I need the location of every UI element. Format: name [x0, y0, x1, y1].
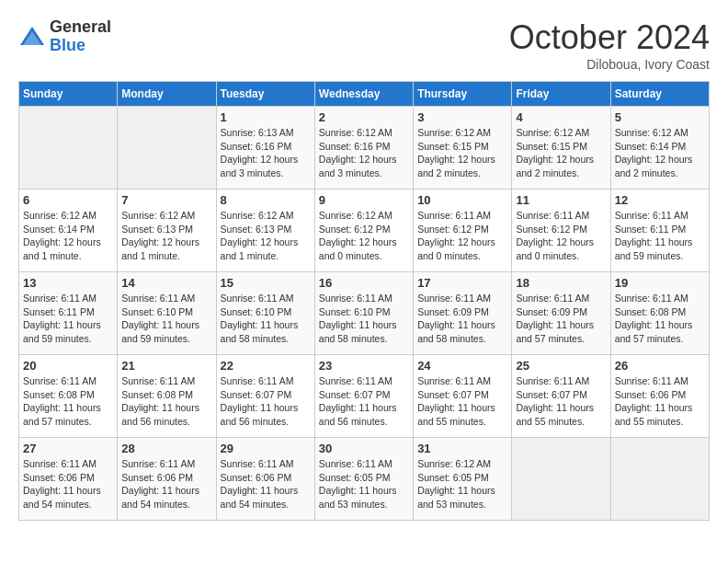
day-info: Sunrise: 6:11 AMSunset: 6:06 PMDaylight:…: [23, 457, 113, 511]
calendar-cell: [512, 438, 610, 521]
day-number: 15: [221, 276, 311, 290]
day-info: Sunrise: 6:11 AMSunset: 6:09 PMDaylight:…: [417, 292, 507, 346]
day-number: 13: [23, 276, 113, 290]
day-number: 18: [516, 276, 606, 290]
day-info: Sunrise: 6:12 AMSunset: 6:13 PMDaylight:…: [121, 209, 211, 263]
day-info: Sunrise: 6:12 AMSunset: 6:14 PMDaylight:…: [23, 209, 113, 263]
day-info: Sunrise: 6:11 AMSunset: 6:10 PMDaylight:…: [319, 292, 409, 346]
calendar-cell: 16Sunrise: 6:11 AMSunset: 6:10 PMDayligh…: [314, 272, 413, 355]
calendar-cell: 20Sunrise: 6:11 AMSunset: 6:08 PMDayligh…: [19, 355, 118, 438]
calendar-cell: 6Sunrise: 6:12 AMSunset: 6:14 PMDaylight…: [19, 190, 118, 272]
calendar-cell: 25Sunrise: 6:11 AMSunset: 6:07 PMDayligh…: [512, 355, 610, 438]
logo-blue: Blue: [50, 37, 111, 55]
day-header-sunday: Sunday: [19, 82, 118, 107]
day-info: Sunrise: 6:11 AMSunset: 6:07 PMDaylight:…: [417, 374, 507, 429]
logo-icon: [18, 23, 46, 51]
day-info: Sunrise: 6:12 AMSunset: 6:05 PMDaylight:…: [417, 457, 507, 511]
day-info: Sunrise: 6:12 AMSunset: 6:13 PMDaylight:…: [221, 209, 311, 263]
calendar-week-row: 20Sunrise: 6:11 AMSunset: 6:08 PMDayligh…: [19, 355, 710, 438]
day-info: Sunrise: 6:11 AMSunset: 6:08 PMDaylight:…: [615, 292, 705, 346]
calendar-cell: 12Sunrise: 6:11 AMSunset: 6:11 PMDayligh…: [610, 190, 709, 272]
day-number: 28: [121, 442, 211, 455]
day-info: Sunrise: 6:11 AMSunset: 6:11 PMDaylight:…: [23, 292, 113, 346]
day-number: 29: [221, 442, 311, 455]
day-number: 7: [121, 193, 211, 207]
calendar-week-row: 27Sunrise: 6:11 AMSunset: 6:06 PMDayligh…: [19, 438, 710, 521]
calendar-cell: 8Sunrise: 6:12 AMSunset: 6:13 PMDaylight…: [216, 190, 314, 272]
day-info: Sunrise: 6:12 AMSunset: 6:15 PMDaylight:…: [417, 126, 507, 180]
calendar-cell: 2Sunrise: 6:12 AMSunset: 6:16 PMDaylight…: [314, 107, 413, 190]
day-header-thursday: Thursday: [414, 82, 512, 107]
day-number: 22: [221, 359, 311, 373]
calendar-cell: 27Sunrise: 6:11 AMSunset: 6:06 PMDayligh…: [19, 438, 118, 521]
title-block: October 2024 Diloboua, Ivory Coast: [509, 18, 710, 72]
calendar-cell: 9Sunrise: 6:12 AMSunset: 6:12 PMDaylight…: [314, 190, 413, 272]
day-info: Sunrise: 6:11 AMSunset: 6:10 PMDaylight:…: [121, 292, 211, 346]
calendar-cell: 30Sunrise: 6:11 AMSunset: 6:05 PMDayligh…: [314, 438, 413, 521]
day-number: 9: [319, 193, 409, 207]
day-info: Sunrise: 6:12 AMSunset: 6:16 PMDaylight:…: [319, 126, 409, 180]
calendar-cell: 13Sunrise: 6:11 AMSunset: 6:11 PMDayligh…: [19, 272, 118, 355]
calendar-cell: 23Sunrise: 6:11 AMSunset: 6:07 PMDayligh…: [314, 355, 413, 438]
calendar-cell: 3Sunrise: 6:12 AMSunset: 6:15 PMDaylight…: [414, 107, 512, 190]
calendar-cell: 11Sunrise: 6:11 AMSunset: 6:12 PMDayligh…: [512, 190, 610, 272]
calendar-cell: 5Sunrise: 6:12 AMSunset: 6:14 PMDaylight…: [610, 107, 709, 190]
day-info: Sunrise: 6:12 AMSunset: 6:15 PMDaylight:…: [516, 126, 606, 180]
day-header-monday: Monday: [118, 82, 216, 107]
day-header-friday: Friday: [512, 82, 610, 107]
day-number: 14: [121, 276, 211, 290]
day-number: 21: [121, 359, 211, 373]
calendar-cell: 15Sunrise: 6:11 AMSunset: 6:10 PMDayligh…: [216, 272, 314, 355]
day-number: 16: [319, 276, 409, 290]
day-info: Sunrise: 6:11 AMSunset: 6:12 PMDaylight:…: [417, 209, 507, 263]
day-info: Sunrise: 6:11 AMSunset: 6:08 PMDaylight:…: [121, 374, 211, 429]
calendar-table: SundayMondayTuesdayWednesdayThursdayFrid…: [18, 81, 710, 521]
day-number: 6: [23, 193, 113, 207]
calendar-cell: 26Sunrise: 6:11 AMSunset: 6:06 PMDayligh…: [610, 355, 709, 438]
day-number: 19: [615, 276, 705, 290]
calendar-cell: 29Sunrise: 6:11 AMSunset: 6:06 PMDayligh…: [216, 438, 314, 521]
day-header-saturday: Saturday: [610, 82, 709, 107]
day-info: Sunrise: 6:11 AMSunset: 6:06 PMDaylight:…: [615, 374, 705, 429]
day-number: 26: [615, 359, 705, 373]
month-title: October 2024: [509, 18, 710, 57]
day-number: 1: [221, 110, 311, 124]
day-number: 3: [417, 110, 507, 124]
calendar-cell: 7Sunrise: 6:12 AMSunset: 6:13 PMDaylight…: [118, 190, 216, 272]
calendar-header-row: SundayMondayTuesdayWednesdayThursdayFrid…: [19, 82, 710, 107]
day-header-tuesday: Tuesday: [216, 82, 314, 107]
calendar-week-row: 13Sunrise: 6:11 AMSunset: 6:11 PMDayligh…: [19, 272, 710, 355]
day-number: 30: [319, 442, 409, 455]
calendar-cell: [610, 438, 709, 521]
day-number: 4: [516, 110, 606, 124]
day-number: 24: [417, 359, 507, 373]
logo-general: General: [50, 18, 111, 37]
day-info: Sunrise: 6:11 AMSunset: 6:11 PMDaylight:…: [615, 209, 705, 263]
day-info: Sunrise: 6:12 AMSunset: 6:12 PMDaylight:…: [319, 209, 409, 263]
day-info: Sunrise: 6:11 AMSunset: 6:07 PMDaylight:…: [319, 374, 409, 429]
calendar-week-row: 1Sunrise: 6:13 AMSunset: 6:16 PMDaylight…: [19, 107, 710, 190]
day-info: Sunrise: 6:11 AMSunset: 6:07 PMDaylight:…: [516, 374, 606, 429]
calendar-week-row: 6Sunrise: 6:12 AMSunset: 6:14 PMDaylight…: [19, 190, 710, 272]
day-info: Sunrise: 6:12 AMSunset: 6:14 PMDaylight:…: [615, 126, 705, 180]
location-subtitle: Diloboua, Ivory Coast: [509, 57, 710, 72]
day-info: Sunrise: 6:11 AMSunset: 6:10 PMDaylight:…: [221, 292, 311, 346]
day-info: Sunrise: 6:11 AMSunset: 6:09 PMDaylight:…: [516, 292, 606, 346]
calendar-cell: 28Sunrise: 6:11 AMSunset: 6:06 PMDayligh…: [118, 438, 216, 521]
day-info: Sunrise: 6:11 AMSunset: 6:07 PMDaylight:…: [221, 374, 311, 429]
day-number: 12: [615, 193, 705, 207]
day-number: 2: [319, 110, 409, 124]
calendar-cell: 31Sunrise: 6:12 AMSunset: 6:05 PMDayligh…: [414, 438, 512, 521]
calendar-cell: 18Sunrise: 6:11 AMSunset: 6:09 PMDayligh…: [512, 272, 610, 355]
day-number: 5: [615, 110, 705, 124]
calendar-cell: 24Sunrise: 6:11 AMSunset: 6:07 PMDayligh…: [414, 355, 512, 438]
logo-text: General Blue: [50, 18, 111, 55]
day-number: 10: [417, 193, 507, 207]
day-number: 8: [221, 193, 311, 207]
day-number: 31: [417, 442, 507, 455]
calendar-cell: [118, 107, 216, 190]
calendar-cell: 4Sunrise: 6:12 AMSunset: 6:15 PMDaylight…: [512, 107, 610, 190]
day-number: 11: [516, 193, 606, 207]
day-info: Sunrise: 6:11 AMSunset: 6:12 PMDaylight:…: [516, 209, 606, 263]
calendar-cell: 21Sunrise: 6:11 AMSunset: 6:08 PMDayligh…: [118, 355, 216, 438]
